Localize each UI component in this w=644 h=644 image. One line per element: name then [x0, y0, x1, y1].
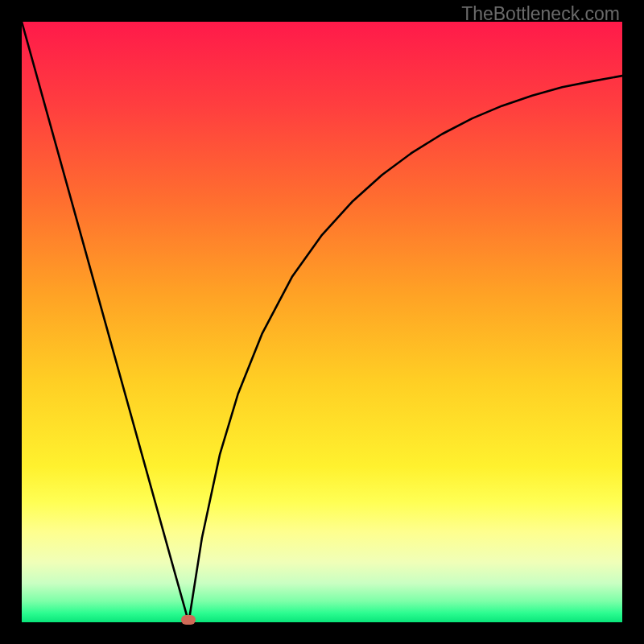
chart-curve-layer [22, 22, 622, 622]
chart-curve [22, 22, 622, 622]
chart-marker-dot [181, 615, 196, 625]
chart-frame [22, 22, 622, 622]
